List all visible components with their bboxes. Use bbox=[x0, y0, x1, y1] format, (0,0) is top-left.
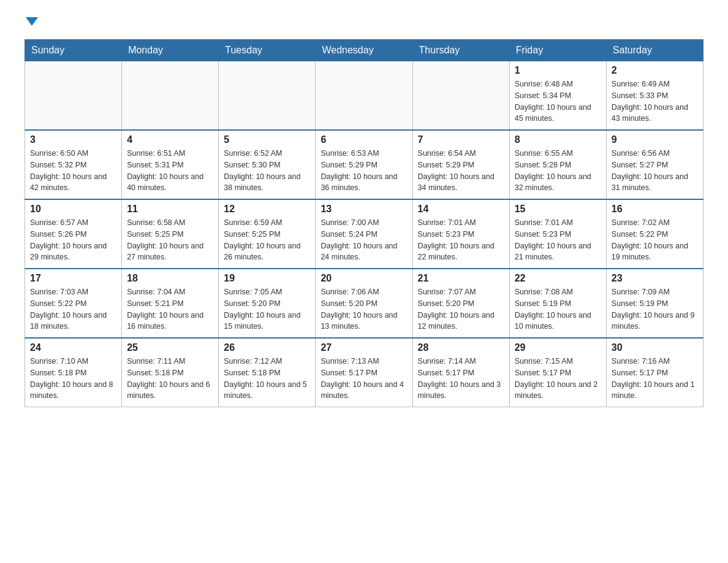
calendar-cell: 24Sunrise: 7:10 AMSunset: 5:18 PMDayligh… bbox=[25, 338, 122, 407]
day-number: 28 bbox=[418, 342, 504, 353]
day-number: 17 bbox=[30, 273, 116, 284]
day-number: 8 bbox=[515, 134, 601, 145]
day-number: 30 bbox=[612, 342, 698, 353]
day-info: Sunrise: 7:07 AMSunset: 5:20 PMDaylight:… bbox=[418, 286, 504, 332]
day-info: Sunrise: 6:58 AMSunset: 5:25 PMDaylight:… bbox=[127, 217, 213, 263]
calendar-cell: 11Sunrise: 6:58 AMSunset: 5:25 PMDayligh… bbox=[122, 199, 219, 269]
day-info: Sunrise: 6:59 AMSunset: 5:25 PMDaylight:… bbox=[224, 217, 310, 263]
day-number: 26 bbox=[224, 342, 310, 353]
calendar-cell: 3Sunrise: 6:50 AMSunset: 5:32 PMDaylight… bbox=[25, 130, 122, 199]
calendar-week-row: 10Sunrise: 6:57 AMSunset: 5:26 PMDayligh… bbox=[25, 199, 703, 269]
day-info: Sunrise: 6:56 AMSunset: 5:27 PMDaylight:… bbox=[612, 148, 698, 194]
calendar-cell: 6Sunrise: 6:53 AMSunset: 5:29 PMDaylight… bbox=[316, 130, 412, 199]
page-header bbox=[25, 18, 703, 27]
calendar-cell: 10Sunrise: 6:57 AMSunset: 5:26 PMDayligh… bbox=[25, 199, 122, 269]
calendar-cell: 14Sunrise: 7:01 AMSunset: 5:23 PMDayligh… bbox=[412, 199, 509, 269]
day-number: 18 bbox=[127, 273, 213, 284]
day-number: 13 bbox=[320, 204, 407, 215]
day-number: 19 bbox=[224, 273, 310, 284]
day-number: 22 bbox=[515, 273, 601, 284]
day-info: Sunrise: 7:13 AMSunset: 5:17 PMDaylight:… bbox=[320, 356, 407, 402]
day-number: 23 bbox=[612, 273, 698, 284]
calendar-cell: 18Sunrise: 7:04 AMSunset: 5:21 PMDayligh… bbox=[122, 269, 219, 338]
day-number: 15 bbox=[515, 204, 601, 215]
calendar-cell: 5Sunrise: 6:52 AMSunset: 5:30 PMDaylight… bbox=[219, 130, 316, 199]
day-info: Sunrise: 7:10 AMSunset: 5:18 PMDaylight:… bbox=[30, 356, 116, 402]
day-info: Sunrise: 7:06 AMSunset: 5:20 PMDaylight:… bbox=[320, 286, 407, 332]
day-number: 7 bbox=[418, 134, 504, 145]
day-info: Sunrise: 7:12 AMSunset: 5:18 PMDaylight:… bbox=[224, 356, 310, 402]
logo bbox=[25, 18, 38, 27]
calendar-cell bbox=[316, 61, 412, 131]
day-info: Sunrise: 7:16 AMSunset: 5:17 PMDaylight:… bbox=[612, 356, 698, 402]
calendar-cell: 29Sunrise: 7:15 AMSunset: 5:17 PMDayligh… bbox=[509, 338, 606, 407]
calendar-cell: 25Sunrise: 7:11 AMSunset: 5:18 PMDayligh… bbox=[122, 338, 219, 407]
calendar-cell: 2Sunrise: 6:49 AMSunset: 5:33 PMDaylight… bbox=[606, 61, 703, 131]
calendar-cell: 27Sunrise: 7:13 AMSunset: 5:17 PMDayligh… bbox=[316, 338, 412, 407]
weekday-header-friday: Friday bbox=[509, 40, 606, 61]
calendar-week-row: 1Sunrise: 6:48 AMSunset: 5:34 PMDaylight… bbox=[25, 61, 703, 131]
day-number: 3 bbox=[30, 134, 116, 145]
day-info: Sunrise: 7:15 AMSunset: 5:17 PMDaylight:… bbox=[515, 356, 601, 402]
weekday-header-monday: Monday bbox=[122, 40, 219, 61]
calendar-cell bbox=[412, 61, 509, 131]
weekday-header-tuesday: Tuesday bbox=[219, 40, 316, 61]
calendar-cell: 9Sunrise: 6:56 AMSunset: 5:27 PMDaylight… bbox=[606, 130, 703, 199]
day-info: Sunrise: 6:50 AMSunset: 5:32 PMDaylight:… bbox=[30, 148, 116, 194]
day-number: 16 bbox=[612, 204, 698, 215]
calendar-cell bbox=[122, 61, 219, 131]
calendar-week-row: 24Sunrise: 7:10 AMSunset: 5:18 PMDayligh… bbox=[25, 338, 703, 407]
calendar-cell: 13Sunrise: 7:00 AMSunset: 5:24 PMDayligh… bbox=[316, 199, 412, 269]
calendar-cell: 21Sunrise: 7:07 AMSunset: 5:20 PMDayligh… bbox=[412, 269, 509, 338]
weekday-header-sunday: Sunday bbox=[25, 40, 122, 61]
day-number: 2 bbox=[612, 65, 698, 76]
weekday-header-saturday: Saturday bbox=[606, 40, 703, 61]
calendar-week-row: 17Sunrise: 7:03 AMSunset: 5:22 PMDayligh… bbox=[25, 269, 703, 338]
day-number: 24 bbox=[30, 342, 116, 353]
day-number: 4 bbox=[127, 134, 213, 145]
day-number: 1 bbox=[515, 65, 601, 76]
calendar-cell: 1Sunrise: 6:48 AMSunset: 5:34 PMDaylight… bbox=[509, 61, 606, 131]
logo-triangle-icon bbox=[26, 17, 38, 26]
calendar-cell: 7Sunrise: 6:54 AMSunset: 5:29 PMDaylight… bbox=[412, 130, 509, 199]
day-info: Sunrise: 7:05 AMSunset: 5:20 PMDaylight:… bbox=[224, 286, 310, 332]
calendar-cell: 22Sunrise: 7:08 AMSunset: 5:19 PMDayligh… bbox=[509, 269, 606, 338]
day-info: Sunrise: 7:09 AMSunset: 5:19 PMDaylight:… bbox=[612, 286, 698, 332]
day-info: Sunrise: 6:55 AMSunset: 5:28 PMDaylight:… bbox=[515, 148, 601, 194]
calendar-week-row: 3Sunrise: 6:50 AMSunset: 5:32 PMDaylight… bbox=[25, 130, 703, 199]
day-number: 29 bbox=[515, 342, 601, 353]
calendar-cell: 26Sunrise: 7:12 AMSunset: 5:18 PMDayligh… bbox=[219, 338, 316, 407]
calendar-cell: 23Sunrise: 7:09 AMSunset: 5:19 PMDayligh… bbox=[606, 269, 703, 338]
day-info: Sunrise: 6:48 AMSunset: 5:34 PMDaylight:… bbox=[515, 79, 601, 124]
day-info: Sunrise: 6:52 AMSunset: 5:30 PMDaylight:… bbox=[224, 148, 310, 194]
calendar-cell: 19Sunrise: 7:05 AMSunset: 5:20 PMDayligh… bbox=[219, 269, 316, 338]
weekday-header-thursday: Thursday bbox=[412, 40, 509, 61]
calendar-cell: 20Sunrise: 7:06 AMSunset: 5:20 PMDayligh… bbox=[316, 269, 412, 338]
calendar-cell: 8Sunrise: 6:55 AMSunset: 5:28 PMDaylight… bbox=[509, 130, 606, 199]
day-number: 25 bbox=[127, 342, 213, 353]
day-info: Sunrise: 7:08 AMSunset: 5:19 PMDaylight:… bbox=[515, 286, 601, 332]
calendar-cell: 30Sunrise: 7:16 AMSunset: 5:17 PMDayligh… bbox=[606, 338, 703, 407]
day-info: Sunrise: 7:01 AMSunset: 5:23 PMDaylight:… bbox=[418, 217, 504, 263]
day-number: 5 bbox=[224, 134, 310, 145]
day-number: 21 bbox=[418, 273, 504, 284]
day-number: 6 bbox=[320, 134, 407, 145]
day-info: Sunrise: 6:49 AMSunset: 5:33 PMDaylight:… bbox=[612, 79, 698, 124]
day-number: 14 bbox=[418, 204, 504, 215]
calendar-table: SundayMondayTuesdayWednesdayThursdayFrid… bbox=[25, 39, 703, 407]
day-info: Sunrise: 7:14 AMSunset: 5:17 PMDaylight:… bbox=[418, 356, 504, 402]
day-info: Sunrise: 7:03 AMSunset: 5:22 PMDaylight:… bbox=[30, 286, 116, 332]
day-number: 12 bbox=[224, 204, 310, 215]
weekday-header-row: SundayMondayTuesdayWednesdayThursdayFrid… bbox=[25, 40, 703, 61]
day-number: 27 bbox=[320, 342, 407, 353]
day-info: Sunrise: 7:11 AMSunset: 5:18 PMDaylight:… bbox=[127, 356, 213, 402]
day-info: Sunrise: 7:02 AMSunset: 5:22 PMDaylight:… bbox=[612, 217, 698, 263]
calendar-cell: 28Sunrise: 7:14 AMSunset: 5:17 PMDayligh… bbox=[412, 338, 509, 407]
day-info: Sunrise: 6:53 AMSunset: 5:29 PMDaylight:… bbox=[320, 148, 407, 194]
day-info: Sunrise: 7:04 AMSunset: 5:21 PMDaylight:… bbox=[127, 286, 213, 332]
calendar-cell bbox=[219, 61, 316, 131]
weekday-header-wednesday: Wednesday bbox=[316, 40, 412, 61]
day-number: 20 bbox=[320, 273, 407, 284]
day-info: Sunrise: 7:01 AMSunset: 5:23 PMDaylight:… bbox=[515, 217, 601, 263]
day-number: 9 bbox=[612, 134, 698, 145]
